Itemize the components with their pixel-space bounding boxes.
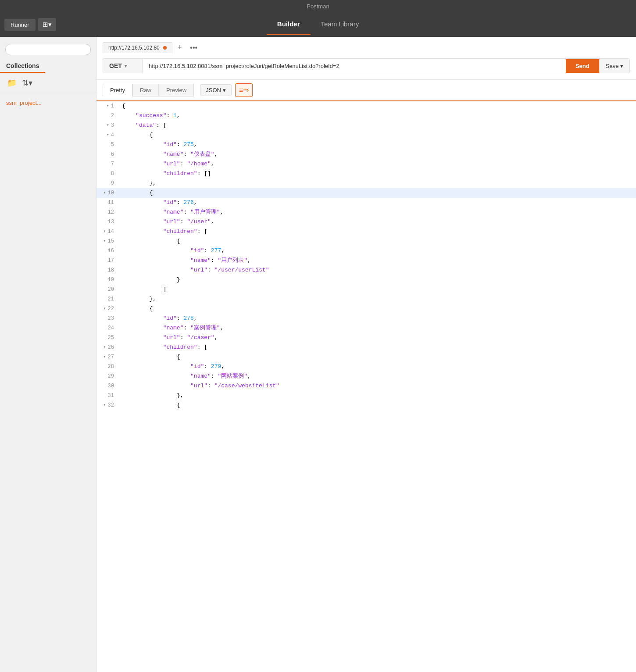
line-content: "name": "网站案例", <box>118 372 636 381</box>
code-line: ▾10 { <box>96 188 636 198</box>
code-line: 31 }, <box>96 391 636 400</box>
line-content: { <box>118 130 636 140</box>
url-input[interactable] <box>143 59 566 73</box>
code-line: 2 "success": 1, <box>96 111 636 121</box>
sidebar-divider <box>0 94 96 94</box>
runner-button[interactable]: Runner <box>4 19 36 31</box>
sidebar-tools: 📁 ⇅▾ <box>0 75 96 92</box>
wrap-button[interactable]: ≡⇒ <box>235 83 253 97</box>
fold-arrow-icon[interactable]: ▾ <box>104 352 106 362</box>
fold-arrow-icon[interactable]: ▾ <box>104 304 106 314</box>
sidebar-item-ssm-project[interactable]: ssm_project... <box>0 96 96 110</box>
line-number: 17 <box>96 256 118 265</box>
save-button[interactable]: Save ▾ <box>599 59 629 73</box>
response-area: Pretty Raw Preview JSON ▾ ≡⇒ ▾1{2 "suc <box>96 80 636 672</box>
line-content: "url": "/home", <box>118 159 636 169</box>
line-number: 23 <box>96 314 118 323</box>
format-chevron-icon: ▾ <box>223 87 226 93</box>
line-number: ▾32 <box>96 400 118 410</box>
method-chevron-icon: ▾ <box>125 64 127 68</box>
line-number: ▾10 <box>96 188 118 198</box>
code-line: 7 "url": "/home", <box>96 159 636 169</box>
add-folder-icon: 📁 <box>7 79 17 87</box>
line-content: "children": [ <box>118 227 636 236</box>
fold-arrow-icon[interactable]: ▾ <box>104 236 106 246</box>
line-number: 29 <box>96 372 118 381</box>
line-number: 20 <box>96 285 118 294</box>
more-icon: ••• <box>190 44 197 51</box>
line-content: ] <box>118 285 636 294</box>
line-content: { <box>118 352 636 362</box>
line-content: { <box>118 400 636 410</box>
url-bar-area: http://172.16.5.102:80 + ••• GET ▾ S <box>96 37 636 80</box>
line-content: "name": "案例管理", <box>118 323 636 333</box>
code-line: ▾1{ <box>96 101 636 111</box>
nav-tabs: Builder Team Library <box>267 14 369 35</box>
sidebar-search-area <box>5 44 91 55</box>
send-button[interactable]: Send <box>566 59 599 73</box>
search-input[interactable] <box>5 44 91 55</box>
line-number: ▾3 <box>96 121 118 130</box>
tab-preview[interactable]: Preview <box>159 84 194 97</box>
fold-arrow-icon[interactable]: ▾ <box>104 400 106 410</box>
line-content: { <box>118 236 636 246</box>
line-number: 16 <box>96 246 118 256</box>
fold-arrow-icon[interactable]: ▾ <box>104 227 106 236</box>
tab-builder[interactable]: Builder <box>267 14 311 35</box>
tab-label: http://172.16.5.102:80 <box>108 45 160 51</box>
code-line: 29 "name": "网站案例", <box>96 372 636 381</box>
line-number: 11 <box>96 198 118 207</box>
request-tab[interactable]: http://172.16.5.102:80 <box>103 42 172 53</box>
code-line: ▾26 "children": [ <box>96 343 636 352</box>
fold-arrow-icon[interactable]: ▾ <box>104 188 106 198</box>
tab-team-library[interactable]: Team Library <box>310 14 369 35</box>
line-content: "id": 277, <box>118 246 636 256</box>
line-content: "url": "/user/userList" <box>118 265 636 275</box>
sort-icon: ⇅▾ <box>22 79 32 87</box>
content-area: http://172.16.5.102:80 + ••• GET ▾ S <box>96 37 636 672</box>
code-line: ▾4 { <box>96 130 636 140</box>
code-line: 19 } <box>96 275 636 285</box>
code-line: 13 "url": "/user", <box>96 217 636 227</box>
add-folder-button[interactable]: 📁 <box>6 77 18 89</box>
more-tabs-button[interactable]: ••• <box>187 43 200 53</box>
line-content: }, <box>118 179 636 188</box>
line-content: { <box>118 304 636 314</box>
line-content: "id": 278, <box>118 314 636 323</box>
method-select[interactable]: GET ▾ <box>103 59 143 73</box>
format-select[interactable]: JSON ▾ <box>200 84 232 96</box>
line-number: 2 <box>96 111 118 121</box>
line-number: ▾26 <box>96 343 118 352</box>
line-number: 12 <box>96 207 118 217</box>
fold-arrow-icon[interactable]: ▾ <box>104 343 106 352</box>
line-number: 6 <box>96 150 118 159</box>
line-number: 21 <box>96 294 118 304</box>
title-bar: Postman <box>0 0 636 12</box>
code-area: ▾1{2 "success": 1,▾3 "data": [▾4 {5 "id"… <box>96 101 636 672</box>
line-content: "id": 279, <box>118 362 636 372</box>
line-content: } <box>118 275 636 285</box>
sort-button[interactable]: ⇅▾ <box>21 77 33 89</box>
code-line: 16 "id": 277, <box>96 246 636 256</box>
fold-arrow-icon[interactable]: ▾ <box>107 121 109 130</box>
method-url-row: GET ▾ Send Save ▾ <box>103 58 630 73</box>
line-number: ▾4 <box>96 130 118 140</box>
method-label: GET <box>109 62 122 69</box>
tab-raw[interactable]: Raw <box>132 84 159 97</box>
line-content: { <box>118 188 636 198</box>
line-number: 9 <box>96 179 118 188</box>
fold-arrow-icon[interactable]: ▾ <box>107 130 109 140</box>
collections-title: Collections <box>0 60 96 75</box>
code-line: 5 "id": 275, <box>96 140 636 150</box>
code-line: 24 "name": "案例管理", <box>96 323 636 333</box>
new-tab-button[interactable]: ⊞▾ <box>38 18 56 31</box>
tab-status-dot <box>163 46 167 50</box>
tab-pretty[interactable]: Pretty <box>103 84 132 97</box>
fold-arrow-icon[interactable]: ▾ <box>107 101 109 111</box>
main-layout: Collections 📁 ⇅▾ ssm_project... http://1… <box>0 37 636 672</box>
line-content: "id": 275, <box>118 140 636 150</box>
add-tab-button[interactable]: + <box>175 42 185 53</box>
code-line: 17 "name": "用户列表", <box>96 256 636 265</box>
code-line: ▾32 { <box>96 400 636 410</box>
add-icon: + <box>178 43 182 52</box>
